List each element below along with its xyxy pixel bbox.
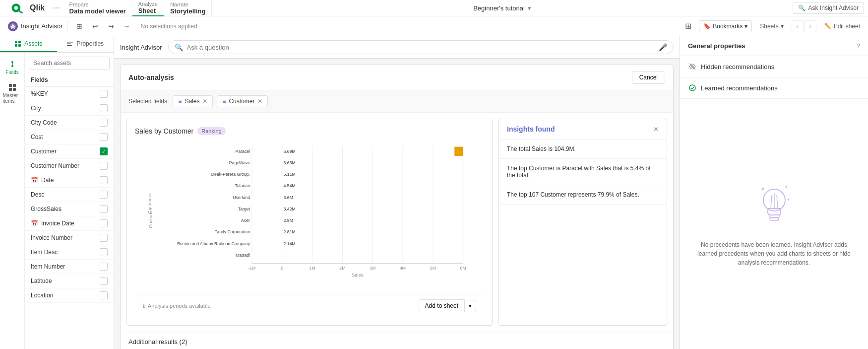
sidebar-item-master-items[interactable]: Master items (1, 80, 24, 107)
add-btn-dropdown[interactable]: ▾ (465, 300, 476, 312)
field-item[interactable]: Customer Number (25, 159, 114, 173)
field-tag-customer-remove[interactable]: ✕ (257, 98, 262, 105)
field-checkbox[interactable] (100, 291, 108, 299)
nav-narrate[interactable]: Narrate Storytelling (164, 0, 212, 16)
field-checkbox[interactable] (100, 176, 108, 184)
sheet-nav-arrows: ‹ › (792, 20, 816, 32)
search-assets-input[interactable] (29, 57, 110, 70)
field-label: Customer Number (31, 162, 79, 169)
svg-text:Matradi: Matradi (236, 253, 250, 258)
nav-narrate-sub: Storytelling (170, 7, 206, 15)
field-item[interactable]: Desc (25, 188, 114, 202)
next-sheet-arrow[interactable]: › (805, 20, 816, 32)
field-checkbox[interactable] (100, 205, 108, 213)
aa-title: Auto-analysis (128, 73, 174, 81)
field-item[interactable]: City (25, 101, 114, 116)
svg-text:5.63M: 5.63M (284, 160, 296, 165)
lightbulb-illustration: ✦ ✦ ✦ (754, 181, 794, 232)
right-panel: General properties ? Hidden recommendati… (680, 36, 868, 349)
redo-icon[interactable]: ↪ (104, 19, 118, 33)
svg-rect-7 (15, 44, 17, 47)
bookmarks-button[interactable]: 🔖 Bookmarks ▾ (699, 20, 752, 32)
prev-sheet-arrow[interactable]: ‹ (792, 20, 804, 32)
field-checkbox[interactable] (100, 162, 108, 170)
ask-insight-button[interactable]: 🔍 Ask Insight Advisor (793, 2, 864, 14)
chart-title: Sales by Customer (135, 127, 193, 135)
tab-assets[interactable]: Assets (0, 36, 57, 52)
ia-search-bar[interactable]: 🔍 🎤 (168, 40, 674, 54)
insights-close-icon[interactable]: ✕ (653, 126, 659, 133)
sheets-label: Sheets (760, 23, 778, 30)
search-icon: 🔍 (798, 4, 806, 11)
field-item[interactable]: GrossSales (25, 202, 114, 216)
field-item[interactable]: Location (25, 288, 114, 303)
undo-icon[interactable]: ↩ (88, 19, 102, 33)
field-checkbox[interactable] (100, 263, 108, 271)
add-to-sheet-button[interactable]: Add to sheet ▾ (419, 299, 476, 312)
field-name: Location (31, 292, 53, 299)
sidebar-item-fields[interactable]: Fields (1, 57, 24, 78)
field-tag-sales-remove[interactable]: ✕ (202, 98, 207, 105)
rp-help-icon[interactable]: ? (857, 42, 860, 50)
cancel-button[interactable]: Cancel (632, 71, 665, 84)
selection-icon[interactable]: ⊞ (72, 19, 86, 33)
sheets-button[interactable]: Sheets ▾ (756, 21, 787, 32)
field-tag-sales-icon: ≡ (178, 98, 182, 105)
rp-hidden-recommendations[interactable]: Hidden recommendations (680, 56, 868, 77)
svg-point-70 (689, 85, 695, 91)
field-checkbox[interactable] (100, 133, 108, 141)
field-name: Item Desc (31, 249, 58, 256)
field-item[interactable]: %KEY (25, 87, 114, 101)
nav-prepare-label: Prepare (69, 1, 126, 7)
ia-search-input[interactable] (187, 44, 655, 51)
field-checkbox[interactable] (100, 119, 108, 127)
nav-more-icon[interactable]: ··· (49, 3, 63, 12)
forward-icon[interactable]: → (120, 19, 134, 33)
no-precedents-text: No precedents have been learned. Insight… (692, 240, 856, 267)
learned-recommendations-label: Learned recommendations (701, 84, 778, 92)
svg-text:Sales: Sales (352, 272, 364, 278)
qlik-logo[interactable]: Qlik (4, 2, 49, 13)
field-label: %KEY (31, 90, 48, 97)
svg-rect-17 (9, 88, 12, 91)
field-name: GrossSales (31, 206, 62, 212)
tab-properties[interactable]: Properties (57, 36, 114, 52)
field-name: 📅 Date (31, 177, 54, 184)
nav-analyze[interactable]: Analyze Sheet (132, 0, 164, 16)
rp-header: General properties ? (680, 36, 868, 56)
nav-prepare[interactable]: Prepare Data model viewer (63, 0, 132, 16)
field-item[interactable]: Latitude (25, 274, 114, 288)
field-checkbox[interactable] (100, 219, 108, 227)
rp-title: General properties (688, 42, 745, 50)
field-item[interactable]: 📅 Invoice Date (25, 216, 114, 231)
field-item[interactable]: Item Number (25, 260, 114, 274)
field-checkbox[interactable] (100, 191, 108, 199)
grid-view-icon[interactable]: ⊞ (681, 19, 695, 33)
field-checkbox[interactable] (100, 277, 108, 285)
field-label: City (31, 105, 41, 112)
svg-rect-9 (67, 42, 73, 43)
app-title-chevron[interactable]: ▾ (528, 4, 531, 12)
field-item[interactable]: Invoice Number (25, 231, 114, 245)
svg-text:Tandy Corporation: Tandy Corporation (215, 229, 250, 234)
center-area: Insight Advisor 🔍 🎤 Auto-analysis Cancel… (114, 36, 680, 349)
field-checkbox[interactable] (100, 104, 108, 112)
field-item[interactable]: Cost (25, 130, 114, 144)
rp-learned-recommendations[interactable]: Learned recommendations (680, 77, 868, 99)
field-item[interactable]: Customer ✓ (25, 144, 114, 159)
field-checkbox[interactable] (100, 90, 108, 98)
field-item[interactable]: Item Desc (25, 245, 114, 260)
ia-mic-icon[interactable]: 🎤 (659, 43, 667, 51)
add-btn-label[interactable]: Add to sheet (419, 299, 465, 312)
edit-sheet-button[interactable]: ✏️ Edit sheet (820, 21, 864, 32)
field-item[interactable]: City Code (25, 116, 114, 130)
insight-item: The top 107 Customer represents 79.9% of… (499, 185, 667, 205)
field-checkbox[interactable] (100, 248, 108, 256)
field-tag-sales-label: Sales (185, 98, 199, 105)
field-checkbox[interactable] (100, 234, 108, 242)
field-checkbox[interactable]: ✓ (100, 147, 108, 155)
svg-rect-10 (67, 44, 71, 45)
nav-app-title[interactable]: Beginner's tutorial ▾ (212, 4, 792, 12)
field-item[interactable]: 📅 Date (25, 173, 114, 188)
insights-title: Insights found (507, 125, 555, 133)
